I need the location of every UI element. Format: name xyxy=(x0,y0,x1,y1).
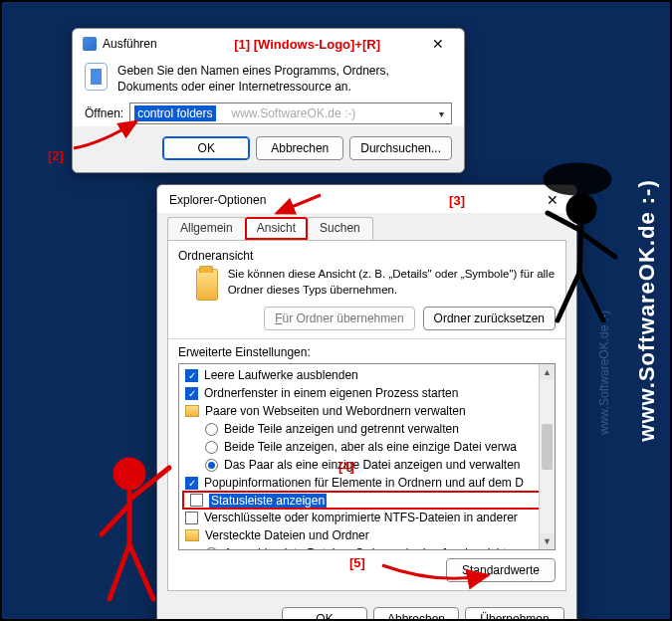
tab-general[interactable]: Allgemein xyxy=(167,217,246,240)
field-watermark: www.SoftwareOK.de :-) xyxy=(232,106,356,120)
apply-button[interactable]: ÜbernehmenÜbernehmen xyxy=(465,607,564,621)
annotation-5: [5] xyxy=(349,555,365,570)
close-button[interactable]: ✕ xyxy=(420,33,456,55)
checkbox-icon[interactable]: ✓ xyxy=(185,477,198,490)
tab-view[interactable]: Ansicht xyxy=(245,217,308,240)
folder-icon xyxy=(196,269,218,301)
tree-item[interactable]: Ordnerfenster in einem eigenen Prozess s… xyxy=(204,386,458,400)
tree-group[interactable]: Paare von Webseiten und Webordnern verwa… xyxy=(205,404,466,418)
checkbox-icon[interactable] xyxy=(185,512,198,524)
tree-item[interactable]: Das Paar als eine einzige Datei anzeigen… xyxy=(224,458,521,472)
checkbox-icon[interactable]: ✓ xyxy=(185,387,198,400)
tab-bar: Allgemein Ansicht Suchen xyxy=(167,217,566,240)
svg-line-12 xyxy=(579,273,603,320)
radio-icon[interactable] xyxy=(205,547,218,551)
svg-line-10 xyxy=(581,233,615,257)
close-button[interactable]: ✕ xyxy=(535,189,570,211)
folder-icon xyxy=(185,405,199,417)
tree-group[interactable]: Versteckte Dateien und Ordner xyxy=(205,528,369,542)
tree-item-statusbar[interactable]: Statusleiste anzeigen xyxy=(209,494,327,508)
run-title-text: Ausführen xyxy=(103,37,157,51)
folder-icon xyxy=(185,529,199,541)
cancel-button[interactable]: Abbrechen xyxy=(373,607,459,621)
open-combobox[interactable]: control folders www.SoftwareOK.de :-) ▾ xyxy=(129,103,452,124)
svg-line-5 xyxy=(129,544,153,599)
advanced-settings-tree[interactable]: ✓Leere Laufwerke ausblenden ✓Ordnerfenst… xyxy=(178,363,556,550)
scroll-up-icon[interactable]: ▲ xyxy=(540,364,555,380)
chevron-down-icon[interactable]: ▾ xyxy=(433,105,449,121)
tree-item[interactable]: Leere Laufwerke ausblenden xyxy=(204,368,358,382)
tree-item[interactable]: Ausgeblendete Dateien, Ordner oder Laufw… xyxy=(224,546,517,550)
brand-vertical: www.SoftwareOK.de :-) xyxy=(634,179,660,441)
explorer-title: Explorer-Optionen xyxy=(169,193,266,207)
tree-item[interactable]: Beide Teile anzeigen und getrennt verwal… xyxy=(224,422,459,436)
defaults-button[interactable]: Standardwerte xyxy=(446,558,556,582)
svg-line-3 xyxy=(102,505,129,534)
open-label: Öffnen: xyxy=(85,106,123,120)
scrollbar[interactable]: ▲ ▼ xyxy=(539,364,555,549)
svg-point-0 xyxy=(115,460,143,488)
svg-line-8 xyxy=(579,221,581,273)
explorer-options-dialog: Explorer-Optionen [3] ✕ Allgemein Ansich… xyxy=(156,184,577,621)
watermark: www.SoftwareOK.de :-) xyxy=(597,310,611,435)
advanced-settings-label: Erweiterte Einstellungen: xyxy=(178,345,556,359)
run-dialog: Ausführen [1] [Windows-Logo]+[R] ✕ Geben… xyxy=(72,28,465,173)
ok-button[interactable]: OK xyxy=(282,607,367,621)
run-icon xyxy=(85,63,108,91)
tab-search[interactable]: Suchen xyxy=(307,217,373,240)
tab-panel-view: Ordneransicht Sie können diese Ansicht (… xyxy=(167,240,566,591)
annotation-1: [1] [Windows-Logo]+[R] xyxy=(234,37,380,52)
apply-to-folders-button[interactable]: FFür Ordner übernehmenür Ordner übernehm… xyxy=(264,307,414,330)
reset-folders-button[interactable]: Ordner zurücksetzen xyxy=(423,307,556,330)
browse-button[interactable]: Durchsuchen... xyxy=(349,136,452,160)
radio-icon[interactable] xyxy=(205,459,218,472)
tree-item[interactable]: Beide Teile anzeigen, aber als eine einz… xyxy=(224,440,517,454)
run-icon-small xyxy=(83,37,97,51)
ok-button[interactable]: OK xyxy=(162,136,250,160)
annotation-3: [3] xyxy=(449,193,465,208)
scroll-thumb[interactable] xyxy=(542,424,553,470)
scroll-down-icon[interactable]: ▼ xyxy=(540,533,555,549)
svg-line-4 xyxy=(110,544,129,599)
cancel-button[interactable]: Abbrechen xyxy=(256,136,343,160)
annotation-4: [4] xyxy=(338,459,354,474)
tree-item[interactable]: Verschlüsselte oder komprimierte NTFS-Da… xyxy=(204,511,518,524)
radio-icon[interactable] xyxy=(205,423,218,436)
group-folder-view-label: Ordneransicht xyxy=(178,249,556,263)
tree-item[interactable]: Popupinformationen für Elemente in Ordne… xyxy=(204,476,524,490)
annotation-2: [2] xyxy=(48,148,64,163)
run-description: Geben Sie den Namen eines Programms, Ord… xyxy=(117,63,452,95)
radio-icon[interactable] xyxy=(205,441,218,454)
folder-view-desc: Sie können diese Ansicht (z. B. „Details… xyxy=(228,267,556,298)
checkbox-icon[interactable]: ✓ xyxy=(185,369,198,382)
checkbox-icon[interactable] xyxy=(190,494,203,507)
open-input-value[interactable]: control folders xyxy=(134,105,215,121)
